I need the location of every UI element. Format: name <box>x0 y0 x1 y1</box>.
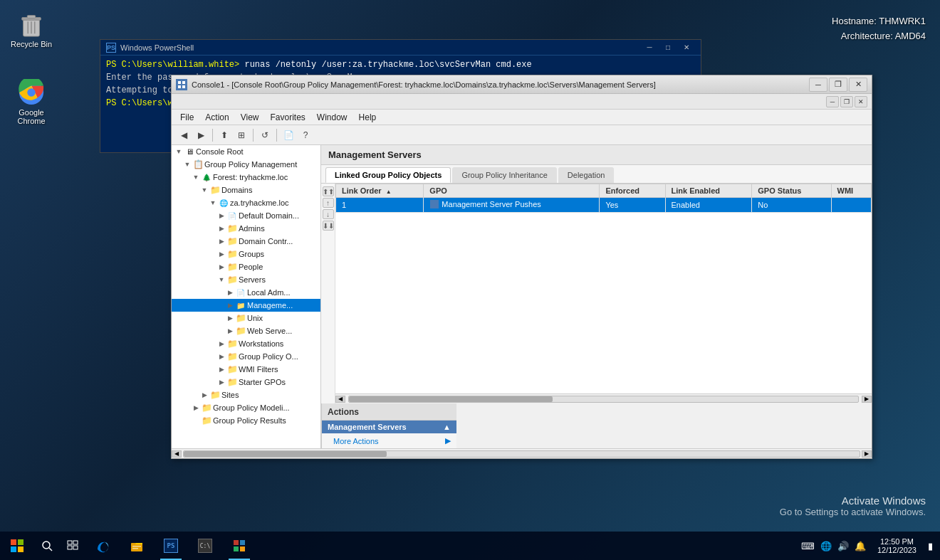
taskbar-clock[interactable]: 12:50 PM 12/12/2023 <box>872 537 922 554</box>
table-scrollbar[interactable]: ◀ ▶ <box>335 393 872 403</box>
tree-web-servers[interactable]: ▶ 📁 Web Serve... <box>172 324 320 337</box>
menu-action[interactable]: Action <box>199 111 234 124</box>
toggle-web[interactable]: ▶ <box>226 327 234 335</box>
tray-keyboard[interactable]: ⌨ <box>800 541 816 551</box>
taskbar-powershell[interactable]: PS <box>154 532 188 560</box>
tab-gp-inheritance[interactable]: Group Policy Inheritance <box>452 167 556 183</box>
mmc-restore[interactable]: ❐ <box>829 78 847 92</box>
toggle-domains[interactable]: ▼ <box>200 186 209 194</box>
taskbar-task-view[interactable] <box>60 532 85 560</box>
tree-console-root[interactable]: ▼ 🖥 Console Root <box>172 145 320 158</box>
toolbar-forward[interactable]: ▶ <box>193 128 209 142</box>
scroll-right-btn[interactable]: ▶ <box>862 396 872 403</box>
col-enforced[interactable]: Enforced <box>600 184 665 198</box>
toggle-gpo[interactable]: ▶ <box>217 352 226 361</box>
inner-minimize[interactable]: ─ <box>826 96 839 107</box>
powershell-maximize[interactable]: □ <box>659 42 677 53</box>
tree-domain-controllers[interactable]: ▶ 📁 Domain Contr... <box>172 235 320 248</box>
toolbar-help[interactable]: ? <box>298 128 313 142</box>
tree-workstations[interactable]: ▶ 📁 Workstations <box>172 337 320 350</box>
nav-down[interactable]: ↓ <box>323 209 334 219</box>
toolbar-export[interactable]: 📄 <box>281 128 296 142</box>
tree-domains[interactable]: ▼ 📁 Domains <box>172 184 320 196</box>
tree-starter-gpos[interactable]: ▶ 📁 Starter GPOs <box>172 376 320 389</box>
desktop-icon-google-chrome[interactable]: Google Chrome <box>3 75 60 128</box>
bottom-scroll-left[interactable]: ◀ <box>172 450 182 458</box>
toggle-unix[interactable]: ▶ <box>226 314 234 322</box>
taskbar-file-explorer[interactable] <box>120 532 154 560</box>
toggle-console-root[interactable]: ▼ <box>174 147 183 156</box>
mmc-close[interactable]: ✕ <box>849 78 867 92</box>
taskbar-start-button[interactable] <box>0 532 34 560</box>
tree-za-domain[interactable]: ▼ 🌐 za.tryhackme.loc <box>172 196 320 209</box>
tree-people[interactable]: ▶ 📁 People <box>172 260 320 273</box>
action-more-actions[interactable]: More Actions ▶ <box>322 433 456 448</box>
toggle-groups[interactable]: ▶ <box>217 250 226 258</box>
actions-section[interactable]: Management Servers ▲ <box>322 421 456 433</box>
toggle-sites[interactable]: ▶ <box>200 391 209 399</box>
menu-view[interactable]: View <box>235 111 265 124</box>
desktop-icon-recycle-bin[interactable]: Recycle Bin <box>3 7 60 51</box>
scroll-track[interactable] <box>348 396 859 403</box>
tray-network[interactable]: 🌐 <box>819 541 833 551</box>
inner-restore[interactable]: ❐ <box>840 96 853 107</box>
tree-admins[interactable]: ▶ 📁 Admins <box>172 222 320 235</box>
col-gpo[interactable]: GPO <box>424 184 600 198</box>
toggle-default-domain[interactable]: ▶ <box>217 211 226 220</box>
nav-up[interactable]: ↑ <box>323 198 334 208</box>
tree-gp-results[interactable]: ▶ 📁 Group Policy Results <box>172 414 320 427</box>
mmc-minimize[interactable]: ─ <box>809 78 827 92</box>
tray-show-desktop[interactable]: ▮ <box>926 541 934 551</box>
toggle-gpm[interactable]: ▼ <box>183 160 192 169</box>
powershell-close[interactable]: ✕ <box>678 42 695 53</box>
taskbar-mmc[interactable] <box>222 532 256 560</box>
tree-unix[interactable]: ▶ 📁 Unix <box>172 312 320 324</box>
inner-close[interactable]: ✕ <box>855 96 867 107</box>
col-wmi[interactable]: WMI <box>831 184 871 198</box>
nav-bottom[interactable]: ⬇⬇ <box>323 221 334 231</box>
taskbar-search-button[interactable] <box>34 532 60 560</box>
tree-default-domain[interactable]: ▶ 📄 Default Domain... <box>172 209 320 222</box>
toggle-dc[interactable]: ▶ <box>217 237 226 245</box>
tree-wmi[interactable]: ▶ 📁 WMI Filters <box>172 363 320 376</box>
scroll-left-btn[interactable]: ◀ <box>335 396 345 403</box>
toggle-wmi[interactable]: ▶ <box>217 365 226 374</box>
table-row[interactable]: 1 Management Server Pushes Ye <box>336 198 872 213</box>
menu-window[interactable]: Window <box>311 111 353 124</box>
tree-sites[interactable]: ▶ 📁 Sites <box>172 389 320 401</box>
bottom-scroll-right[interactable]: ▶ <box>862 450 872 458</box>
toolbar-back[interactable]: ◀ <box>176 128 192 142</box>
tab-linked-gpo[interactable]: Linked Group Policy Objects <box>325 167 451 183</box>
tree-management-servers[interactable]: ▶ 📁 Manageme... <box>172 299 320 312</box>
toggle-management[interactable]: ▶ <box>226 301 234 310</box>
tab-delegation[interactable]: Delegation <box>558 167 615 183</box>
taskbar-edge[interactable] <box>85 532 120 560</box>
tree-groups[interactable]: ▶ 📁 Groups <box>172 248 320 260</box>
tree-forest[interactable]: ▼ 🌲 Forest: tryhackme.loc <box>172 171 320 184</box>
toggle-forest[interactable]: ▼ <box>192 173 200 181</box>
col-link-order[interactable]: Link Order ▲ <box>336 184 424 198</box>
menu-help[interactable]: Help <box>353 111 382 124</box>
toolbar-show-hide[interactable]: ⊞ <box>234 128 249 142</box>
toggle-workstations[interactable]: ▶ <box>217 339 226 348</box>
tree-servers[interactable]: ▼ 📁 Servers <box>172 273 320 286</box>
toggle-servers[interactable]: ▼ <box>217 275 226 284</box>
toolbar-refresh[interactable]: ↺ <box>257 128 273 142</box>
taskbar-cmd[interactable]: C:\ <box>188 532 222 560</box>
tree-gp-modeling[interactable]: ▶ 📁 Group Policy Modeli... <box>172 401 320 414</box>
toggle-starter[interactable]: ▶ <box>217 378 226 386</box>
col-link-enabled[interactable]: Link Enabled <box>665 184 752 198</box>
toggle-local-adm[interactable]: ▶ <box>226 288 234 297</box>
mmc-bottom-scroll[interactable]: ◀ ▶ <box>172 448 872 458</box>
tree-gpo[interactable]: ▶ 📁 Group Policy O... <box>172 350 320 363</box>
tree-local-adm[interactable]: ▶ 📄 Local Adm... <box>172 286 320 299</box>
toggle-people[interactable]: ▶ <box>217 263 226 271</box>
powershell-minimize[interactable]: ─ <box>641 42 658 53</box>
tray-volume[interactable]: 🔊 <box>836 541 850 551</box>
toolbar-up[interactable]: ⬆ <box>216 128 232 142</box>
tree-gpm[interactable]: ▼ 📋 Group Policy Management <box>172 158 320 171</box>
bottom-scroll-track[interactable] <box>183 450 860 458</box>
toggle-za-domain[interactable]: ▼ <box>209 199 217 207</box>
toggle-admins[interactable]: ▶ <box>217 224 226 233</box>
toggle-modeling[interactable]: ▶ <box>192 403 200 412</box>
